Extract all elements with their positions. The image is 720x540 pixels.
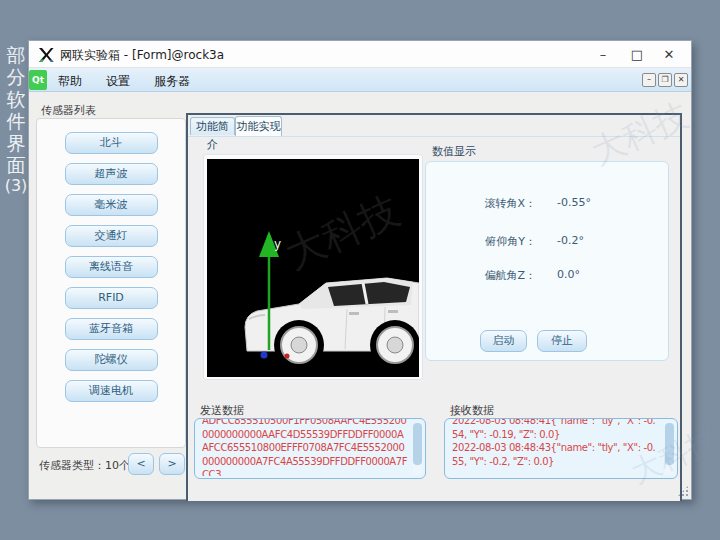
caption-char: 软 (7, 88, 26, 110)
receive-data-text: 2022-08-03 08:48:41{"name": "tly", "X": … (452, 419, 661, 476)
window-minimize-button[interactable]: – (589, 45, 617, 64)
sensor-page-prev-button[interactable]: < (128, 453, 154, 475)
receive-data-box[interactable]: 2022-08-03 08:48:41{"name": "tly", "X": … (444, 418, 678, 479)
form-subwindow: 功能简介 功能实现 大科技 (186, 113, 682, 501)
car-model-image: 大科技 (207, 159, 419, 377)
start-button[interactable]: 启动 (480, 330, 527, 352)
title-bar[interactable]: 网联实验箱 - [Form]@rock3a – □ ✕ (29, 41, 691, 68)
app-window: 网联实验箱 - [Form]@rock3a – □ ✕ Qt 帮助 设置 服务器… (28, 40, 692, 500)
screenshot-stage: 部 分 软 件 界 面 (3) 网联实验箱 - [Form]@rock3a – … (0, 0, 720, 540)
tab-function-intro[interactable]: 功能简介 (190, 117, 235, 135)
send-data-text: ADFCC855510500F1FF0508AAFC4E555200000000… (202, 419, 409, 476)
menu-item-help[interactable]: 帮助 (54, 72, 86, 91)
receive-scrollbar-thumb[interactable] (665, 423, 674, 465)
sensor-button-beidou[interactable]: 北斗 (65, 132, 158, 154)
mdi-restore-button[interactable]: ❐ (658, 73, 672, 87)
send-data-title: 发送数据 (200, 403, 244, 418)
roll-value: -0.55° (557, 196, 591, 209)
receive-line: 2022-08-03 08:48:43{"name": "tly", "X": … (452, 441, 661, 468)
send-data-box[interactable]: ADFCC855510500F1FF0508AAFC4E555200000000… (194, 418, 426, 479)
sensor-button-rfid[interactable]: RFID (65, 287, 158, 309)
yaw-row: 偏航角Z： 0.0° (426, 268, 668, 286)
receive-scrollbar[interactable] (665, 422, 674, 475)
caption-number: (3) (5, 176, 28, 196)
window-close-button[interactable]: ✕ (655, 45, 683, 64)
mdi-minimize-button[interactable]: – (642, 73, 656, 87)
caption-char: 界 (7, 132, 26, 154)
sensor-button-speed-motor[interactable]: 调速电机 (65, 380, 158, 402)
viewer-frame: 大科技 (203, 154, 423, 380)
sensor-button-ultrasonic[interactable]: 超声波 (65, 163, 158, 185)
pitch-row: 俯仰角Y： -0.2° (426, 234, 668, 252)
window-maximize-button[interactable]: □ (623, 45, 651, 64)
sensor-button-gyroscope[interactable]: 陀螺仪 (65, 349, 158, 371)
yaw-label: 偏航角Z： (456, 268, 536, 283)
caption-char: 件 (7, 110, 26, 132)
sensor-button-trafficlight[interactable]: 交通灯 (65, 225, 158, 247)
axis-origin-z-dot (261, 352, 268, 359)
car-body (245, 278, 419, 370)
caption-char: 面 (7, 154, 26, 176)
sensor-button-bluetooth-speaker[interactable]: 蓝牙音箱 (65, 318, 158, 340)
sensor-button-mmwave[interactable]: 毫米波 (65, 194, 158, 216)
menu-bar: Qt 帮助 设置 服务器 – ❐ ✕ (29, 68, 691, 92)
yaw-value: 0.0° (557, 268, 580, 281)
qt-icon: Qt (29, 70, 47, 90)
menu-item-server[interactable]: 服务器 (150, 72, 194, 91)
roll-row: 滚转角X： -0.55° (426, 196, 668, 214)
sensor-type-count: 传感器类型：10个 (39, 458, 130, 473)
stop-button[interactable]: 停止 (537, 330, 587, 352)
send-scrollbar-thumb[interactable] (413, 423, 422, 465)
pitch-value: -0.2° (557, 234, 584, 247)
value-display-title: 数值显示 (432, 144, 476, 159)
receive-data-title: 接收数据 (450, 403, 494, 418)
caption-char: 分 (7, 66, 26, 88)
viewer-watermark: 大科技 (278, 186, 406, 277)
value-display-group: 滚转角X： -0.55° 俯仰角Y： -0.2° 偏航角Z： 0.0° 启动 停… (425, 161, 669, 361)
axis-origin-x-dot (285, 354, 290, 359)
roll-label: 滚转角X： (456, 196, 536, 211)
send-scrollbar[interactable] (413, 422, 422, 475)
app-logo-icon (38, 47, 54, 63)
pitch-label: 俯仰角Y： (456, 234, 536, 249)
window-title: 网联实验箱 - [Form]@rock3a (60, 47, 224, 64)
sensor-list-title: 传感器列表 (41, 103, 96, 118)
receive-line: 2022-08-03 08:48:41{"name": "tly", "X": … (452, 419, 661, 441)
sensor-list-panel: 北斗 超声波 毫米波 交通灯 离线语音 RFID 蓝牙音箱 陀螺仪 调速电机 (36, 118, 186, 448)
mdi-close-button[interactable]: ✕ (674, 73, 688, 87)
tab-function-impl[interactable]: 功能实现 (235, 116, 282, 136)
car-3d-viewport[interactable]: 大科技 (207, 159, 419, 377)
sensor-button-offline-voice[interactable]: 离线语音 (65, 256, 158, 278)
axis-y-label: y (274, 237, 281, 251)
menu-item-settings[interactable]: 设置 (102, 72, 134, 91)
sensor-page-next-button[interactable]: > (159, 453, 185, 475)
slide-caption: 部 分 软 件 界 面 (3) (3, 44, 29, 196)
caption-char: 部 (7, 44, 26, 66)
